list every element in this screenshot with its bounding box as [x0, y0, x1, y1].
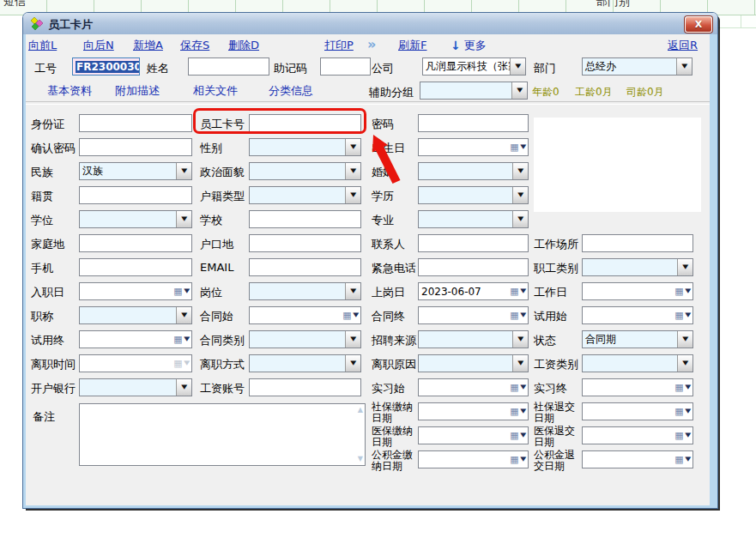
education-dropdown-button[interactable]: ▼ — [512, 187, 528, 203]
onboard-date-picker-button[interactable]: ▦▼ — [510, 287, 528, 296]
marital-status-dropdown-button[interactable]: ▼ — [512, 163, 528, 179]
workplace-input[interactable] — [582, 234, 693, 252]
major-combo[interactable]: ▼ — [418, 210, 529, 228]
employee-category-combo[interactable]: ▼ — [582, 258, 693, 276]
political-status-combo[interactable]: ▼ — [249, 162, 361, 180]
school-input[interactable] — [249, 210, 361, 228]
email-input[interactable] — [249, 258, 361, 276]
native-place-input[interactable] — [79, 186, 192, 204]
major-dropdown-button[interactable]: ▼ — [512, 211, 528, 227]
registered-address-input[interactable] — [249, 234, 361, 252]
social-insurance-pay-date-input[interactable]: ▦▼ — [418, 402, 529, 420]
position-combo[interactable]: ▼ — [249, 282, 361, 300]
degree-combo[interactable]: ▼ — [79, 210, 192, 228]
housing-fund-refund-date-input[interactable]: ▦▼ — [582, 450, 693, 468]
salary-account-label: 工资账号 — [200, 381, 245, 396]
social-insurance-pay-date-picker-button[interactable]: ▦▼ — [510, 407, 528, 416]
resignation-reason-combo[interactable]: ▼ — [418, 354, 529, 372]
scroll-down-button[interactable]: ▼ — [358, 456, 363, 462]
job-title-combo[interactable]: ▼ — [79, 306, 192, 324]
contract-type-dropdown-button[interactable]: ▼ — [345, 331, 360, 348]
housing-fund-pay-date-input[interactable]: ▦▼ — [418, 450, 529, 468]
marital-status-combo[interactable]: ▼ — [418, 162, 529, 180]
status-combo[interactable]: 合同期▼ — [582, 330, 693, 348]
resignation-method-combo[interactable]: ▼ — [249, 354, 361, 372]
status-value: 合同期 — [583, 332, 677, 347]
degree-dropdown-button[interactable]: ▼ — [176, 211, 191, 227]
emergency-phone-input[interactable] — [418, 258, 529, 276]
internship-end-input[interactable]: ▦▼ — [582, 378, 693, 396]
bank-dropdown-button[interactable]: ▼ — [176, 379, 191, 396]
ethnicity-combo[interactable]: 汉族▼ — [79, 162, 192, 180]
internship-start-label: 实习始 — [372, 381, 405, 396]
password-input[interactable] — [418, 114, 529, 132]
probation-start-label: 试用始 — [534, 309, 567, 324]
hire-date-picker-button[interactable]: ▦▼ — [173, 287, 191, 296]
scroll-up-button[interactable]: ▲ — [358, 407, 363, 414]
probation-end-input[interactable]: ▦▼ — [79, 330, 192, 348]
social-insurance-refund-date-picker-button[interactable]: ▦▼ — [674, 407, 692, 416]
birth-date-input[interactable]: ▦▼ — [418, 138, 529, 156]
home-address-input[interactable] — [79, 234, 192, 252]
probation-start-picker-button[interactable]: ▦▼ — [674, 311, 692, 320]
titlebar[interactable]: 员工卡片 X — [23, 13, 717, 34]
salary-account-input[interactable] — [249, 378, 361, 396]
ethnicity-dropdown-button[interactable]: ▼ — [176, 163, 191, 179]
recruitment-source-combo[interactable]: ▼ — [418, 330, 529, 348]
work-date-input[interactable]: ▦▼ — [582, 282, 693, 300]
id-number-input[interactable] — [79, 114, 192, 132]
bank-combo[interactable]: ▼ — [79, 378, 192, 396]
resignation-reason-dropdown-button[interactable]: ▼ — [512, 355, 528, 372]
education-combo[interactable]: ▼ — [418, 186, 529, 204]
medical-insurance-pay-date-picker-button[interactable]: ▦▼ — [510, 431, 528, 440]
salary-category-combo[interactable]: ▼ — [582, 354, 693, 372]
medical-insurance-pay-date-input[interactable]: ▦▼ — [418, 426, 529, 444]
recruitment-source-dropdown-button[interactable]: ▼ — [512, 331, 528, 348]
status-dropdown-button[interactable]: ▼ — [677, 331, 692, 348]
chevron-down-icon: ▼ — [350, 144, 356, 150]
position-dropdown-button[interactable]: ▼ — [345, 283, 360, 299]
gender-dropdown-button[interactable]: ▼ — [345, 139, 360, 155]
probation-start-input[interactable]: ▦▼ — [582, 306, 693, 324]
probation-end-picker-button[interactable]: ▦▼ — [173, 335, 191, 344]
confirm-password-input[interactable] — [79, 138, 192, 156]
contract-start-picker-button[interactable]: ▦▼ — [342, 311, 360, 320]
resignation-method-dropdown-button[interactable]: ▼ — [345, 355, 360, 372]
contact-person-label: 联系人 — [372, 237, 405, 252]
resignation-time-input[interactable]: ▦▼ — [79, 354, 192, 372]
contract-start-input[interactable]: ▦▼ — [249, 306, 361, 324]
medical-insurance-refund-date-input[interactable]: ▦▼ — [582, 426, 693, 444]
political-status-dropdown-button[interactable]: ▼ — [345, 163, 360, 179]
internship-end-picker-button[interactable]: ▦▼ — [674, 383, 692, 392]
contract-end-input[interactable]: ▦▼ — [418, 306, 529, 324]
household-type-dropdown-button[interactable]: ▼ — [345, 187, 360, 203]
mobile-input[interactable] — [79, 258, 192, 276]
political-status-label: 政治面貌 — [200, 165, 245, 180]
window-body: 向前L向后N新增A保存S删除D打印P»刷新F↓更多返回R 工号FR2300030… — [26, 34, 710, 505]
internship-start-picker-button[interactable]: ▦▼ — [510, 383, 528, 392]
bank-label: 开户银行 — [31, 381, 76, 396]
chevron-down-icon: ▼ — [517, 216, 523, 222]
work-date-picker-button[interactable]: ▦▼ — [674, 287, 692, 296]
position-label: 岗位 — [200, 285, 222, 300]
hire-date-input[interactable]: ▦▼ — [79, 282, 192, 300]
employee-category-dropdown-button[interactable]: ▼ — [677, 259, 692, 275]
contract-end-picker-button[interactable]: ▦▼ — [510, 311, 528, 320]
job-title-dropdown-button[interactable]: ▼ — [176, 307, 191, 323]
remarks-textarea[interactable]: ▲▼ — [79, 403, 366, 466]
housing-fund-pay-date-picker-button[interactable]: ▦▼ — [510, 455, 528, 464]
onboard-date-input[interactable]: 2023-06-07▦▼ — [418, 282, 529, 300]
internship-start-input[interactable]: ▦▼ — [418, 378, 529, 396]
birth-date-picker-button[interactable]: ▦▼ — [510, 142, 528, 152]
contact-person-input[interactable] — [418, 234, 529, 252]
contract-type-combo[interactable]: ▼ — [249, 330, 361, 348]
medical-insurance-refund-date-picker-button[interactable]: ▦▼ — [674, 431, 692, 440]
gender-combo[interactable]: ▼ — [249, 138, 361, 156]
major-label: 专业 — [372, 213, 394, 228]
close-button[interactable]: X — [685, 16, 712, 33]
resignation-time-picker-button[interactable]: ▦▼ — [173, 359, 191, 368]
social-insurance-refund-date-input[interactable]: ▦▼ — [582, 402, 693, 420]
household-type-combo[interactable]: ▼ — [249, 186, 361, 204]
housing-fund-refund-date-picker-button[interactable]: ▦▼ — [674, 455, 692, 464]
salary-category-dropdown-button[interactable]: ▼ — [677, 355, 692, 372]
